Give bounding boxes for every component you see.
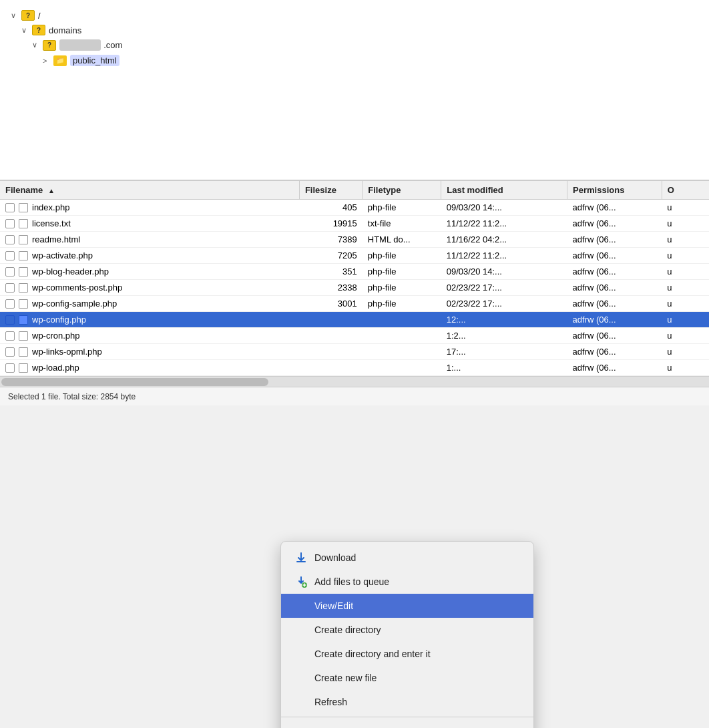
table-row[interactable]: wp-comments-post.php2338php-file02/23/22…: [0, 280, 709, 296]
file-checkbox[interactable]: [5, 203, 15, 212]
cell-permissions: adfrw (06...: [567, 344, 662, 360]
cell-extra: u: [662, 248, 709, 264]
table-row[interactable]: license.txt19915txt-file11/12/22 11:2...…: [0, 216, 709, 232]
table-row[interactable]: wp-activate.php7205php-file11/12/22 11:2…: [0, 248, 709, 264]
cell-filename: wp-links-opml.php: [0, 344, 299, 360]
table-row[interactable]: wp-cron.php1:2...adfrw (06...u: [0, 328, 709, 344]
filename-text: wp-blog-header.php: [32, 266, 109, 277]
menu-item-add-to-queue[interactable]: Add files to queue: [281, 570, 533, 594]
cell-extra: u: [662, 280, 709, 296]
cell-filesize: 3001: [299, 296, 362, 312]
cell-filesize: [299, 344, 362, 360]
table-row[interactable]: wp-config-sample.php3001php-file02/23/22…: [0, 296, 709, 312]
cell-permissions: adfrw (06...: [567, 200, 662, 216]
cell-permissions: adfrw (06...: [567, 248, 662, 264]
col-header-filetype[interactable]: Filetype: [363, 181, 441, 200]
table-row[interactable]: wp-links-opml.php17:...adfrw (06...u: [0, 344, 709, 360]
tree-item-domains[interactable]: ∨ ? domains: [21, 23, 698, 37]
file-icon: [19, 331, 28, 341]
filename-text: wp-cron.php: [32, 331, 80, 341]
table-row[interactable]: index.php405php-file09/03/20 14:...adfrw…: [0, 200, 709, 216]
file-checkbox[interactable]: [5, 235, 15, 244]
cell-filesize: [299, 312, 362, 328]
file-checkbox[interactable]: [5, 283, 15, 293]
menu-item-create-directory[interactable]: Create directory: [281, 618, 533, 642]
file-icon: [19, 235, 28, 244]
filename-text: index.php: [32, 202, 69, 212]
sort-arrow-icon: ▲: [48, 187, 55, 194]
tree-item-domain[interactable]: ∨ ? .com: [32, 37, 698, 53]
tree-label-com: .com: [103, 40, 122, 50]
file-checkbox[interactable]: [5, 251, 15, 260]
file-checkbox[interactable]: [5, 363, 15, 373]
cell-filename: wp-load.php: [0, 360, 299, 376]
menu-label-refresh: Refresh: [314, 697, 347, 707]
main-content: Filename ▲ Filesize Filetype Last modifi…: [0, 180, 709, 728]
file-checkbox[interactable]: [5, 331, 15, 341]
tree-item-root[interactable]: ∨ ? /: [11, 8, 698, 23]
filename-text: wp-config-sample.php: [32, 299, 117, 309]
cell-filetype: php-file: [363, 200, 441, 216]
view-edit-icon: [294, 599, 308, 612]
file-checkbox[interactable]: [5, 315, 15, 325]
menu-item-refresh[interactable]: Refresh: [281, 690, 533, 714]
col-header-permissions[interactable]: Permissions: [567, 181, 662, 200]
scrollbar-thumb[interactable]: [1, 378, 268, 386]
filename-text: readme.html: [32, 234, 80, 244]
table-row[interactable]: wp-config.php12:...adfrw (06...u: [0, 312, 709, 328]
menu-item-download[interactable]: Download: [281, 546, 533, 570]
cell-permissions: adfrw (06...: [567, 216, 662, 232]
menu-item-create-new-file[interactable]: Create new file: [281, 666, 533, 690]
cell-extra: u: [662, 216, 709, 232]
file-checkbox[interactable]: [5, 267, 15, 277]
tree-item-public-html[interactable]: > 📁 public_html: [43, 53, 698, 68]
cell-filesize: 351: [299, 264, 362, 280]
cell-filename: wp-activate.php: [0, 248, 299, 264]
col-header-extra: O: [662, 181, 709, 200]
cell-filetype: HTML do...: [363, 232, 441, 248]
empty-icon: [294, 623, 308, 636]
file-icon: [19, 219, 28, 228]
cell-lastmod: 17:...: [441, 344, 567, 360]
cell-filetype: [363, 312, 441, 328]
menu-separator: [281, 717, 533, 717]
empty-icon: [294, 647, 308, 661]
filename-text: wp-links-opml.php: [32, 347, 102, 357]
file-checkbox[interactable]: [5, 219, 15, 228]
cell-filetype: php-file: [363, 296, 441, 312]
cell-permissions: adfrw (06...: [567, 312, 662, 328]
cell-filetype: php-file: [363, 280, 441, 296]
filename-text: license.txt: [32, 218, 71, 228]
file-checkbox[interactable]: [5, 347, 15, 357]
horizontal-scrollbar[interactable]: [0, 376, 709, 387]
table-row[interactable]: readme.html7389HTML do...11/16/22 04:2..…: [0, 232, 709, 248]
menu-item-create-directory-enter[interactable]: Create directory and enter it: [281, 642, 533, 666]
cell-filesize: 7205: [299, 248, 362, 264]
menu-item-delete[interactable]: Delete: [281, 720, 533, 728]
menu-item-view-edit[interactable]: View/Edit: [281, 594, 533, 618]
menu-label-create-directory: Create directory: [314, 624, 381, 635]
col-header-filename[interactable]: Filename ▲: [0, 181, 299, 200]
file-icon: [19, 299, 28, 309]
tree-label-root: /: [38, 11, 41, 21]
cell-permissions: adfrw (06...: [567, 296, 662, 312]
cell-lastmod: 09/03/20 14:...: [441, 200, 567, 216]
col-header-lastmod[interactable]: Last modified: [441, 181, 567, 200]
cell-permissions: adfrw (06...: [567, 328, 662, 344]
cell-permissions: adfrw (06...: [567, 264, 662, 280]
table-row[interactable]: wp-load.php1:...adfrw (06...u: [0, 360, 709, 376]
cell-permissions: adfrw (06...: [567, 360, 662, 376]
cell-extra: u: [662, 232, 709, 248]
table-row[interactable]: wp-blog-header.php351php-file09/03/20 14…: [0, 264, 709, 280]
menu-label-view-edit: View/Edit: [314, 600, 353, 611]
file-checkbox[interactable]: [5, 299, 15, 309]
empty-icon: [294, 671, 308, 685]
chevron-icon: ∨: [11, 11, 21, 20]
folder-icon: 📁: [53, 55, 67, 66]
cell-permissions: adfrw (06...: [567, 280, 662, 296]
cell-lastmod: 11/12/22 11:2...: [441, 216, 567, 232]
menu-label-create-new-file: Create new file: [314, 673, 377, 683]
cell-lastmod: 09/03/20 14:...: [441, 264, 567, 280]
col-header-filesize[interactable]: Filesize: [299, 181, 362, 200]
chevron-icon: >: [43, 57, 53, 65]
